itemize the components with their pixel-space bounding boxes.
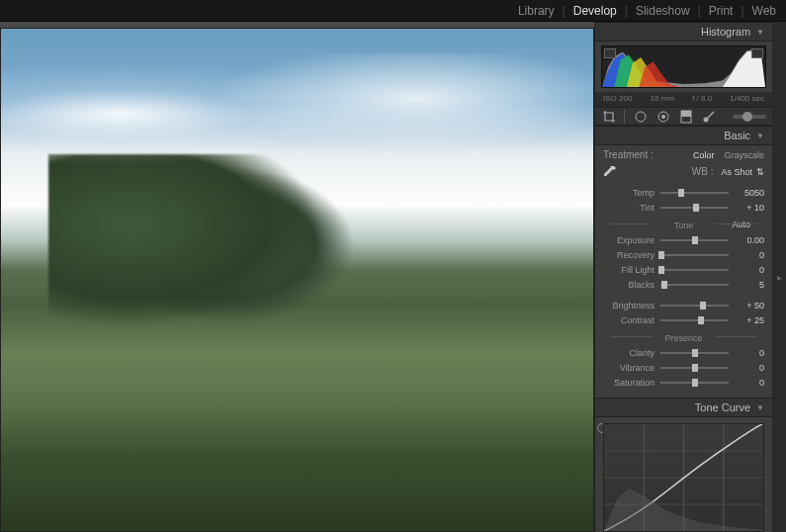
triangle-down-icon: ▼: [756, 403, 764, 412]
row-saturation: Saturation 0: [603, 375, 764, 390]
toolstrip-slider[interactable]: [733, 115, 766, 119]
toolstrip: [595, 107, 772, 126]
brush-tool-icon[interactable]: [702, 109, 717, 125]
module-picker: Library | Develop | Slideshow | Print | …: [0, 0, 786, 22]
highlight-clip-indicator[interactable]: [751, 48, 763, 58]
svg-point-2: [661, 115, 665, 119]
slider-contrast[interactable]: [660, 315, 729, 325]
panel-header-histogram[interactable]: Histogram ▼: [595, 22, 772, 42]
slider-recovery[interactable]: [660, 250, 729, 260]
module-develop[interactable]: Develop: [573, 4, 617, 18]
val-contrast[interactable]: + 25: [735, 315, 764, 325]
row-temp: Temp 5050: [603, 185, 764, 200]
meta-iso: ISO 200: [603, 94, 632, 103]
val-exposure[interactable]: 0.00: [735, 235, 764, 245]
triangle-down-icon: ▼: [756, 28, 764, 37]
svg-rect-4: [681, 111, 691, 117]
panel-header-basic[interactable]: Basic ▼: [595, 126, 772, 145]
val-clarity[interactable]: 0: [735, 348, 764, 358]
val-blacks[interactable]: 5: [735, 280, 764, 290]
slider-clarity[interactable]: [660, 348, 729, 358]
spot-tool-icon[interactable]: [633, 109, 648, 125]
slider-temp[interactable]: [660, 188, 729, 198]
triangle-right-icon: ▸: [777, 272, 782, 283]
crop-tool-icon[interactable]: [601, 109, 616, 125]
redeye-tool-icon[interactable]: [655, 109, 670, 125]
treatment-grayscale[interactable]: Grayscale: [724, 150, 764, 160]
module-slideshow[interactable]: Slideshow: [636, 4, 690, 18]
wb-preset-select[interactable]: As Shot ⇅: [721, 167, 764, 177]
row-blacks: Blacks 5: [603, 277, 764, 292]
val-recovery[interactable]: 0: [735, 250, 764, 260]
slider-filllight[interactable]: [660, 265, 729, 275]
right-panel: Histogram ▼ ISO 200 18 mm f / 8.0 1/400 …: [594, 22, 772, 532]
meta-focal: 18 mm: [651, 94, 674, 103]
val-filllight[interactable]: 0: [735, 265, 764, 275]
row-tint: Tint + 10: [603, 200, 764, 215]
right-panel-toggle[interactable]: ▸: [772, 22, 786, 532]
module-library[interactable]: Library: [518, 4, 555, 18]
module-web[interactable]: Web: [752, 4, 776, 18]
row-filllight: Fill Light 0: [603, 262, 764, 277]
val-tint[interactable]: + 10: [735, 203, 764, 213]
val-vibrance[interactable]: 0: [735, 363, 764, 373]
slider-brightness[interactable]: [660, 301, 729, 310]
triangle-down-icon: ▼: [756, 132, 764, 140]
slider-saturation[interactable]: [660, 378, 729, 388]
row-contrast: Contrast + 25: [603, 312, 764, 327]
module-print[interactable]: Print: [709, 4, 734, 18]
meta-shutter: 1/400 sec: [730, 94, 764, 103]
treatment-color[interactable]: Color: [693, 150, 715, 160]
updown-icon: ⇅: [756, 167, 764, 177]
grad-filter-tool-icon[interactable]: [678, 109, 693, 125]
row-vibrance: Vibrance 0: [603, 360, 764, 375]
wb-eyedropper-icon[interactable]: [603, 165, 617, 179]
auto-tone-button[interactable]: Auto: [726, 219, 756, 230]
wb-label: WB :: [692, 166, 714, 177]
histogram[interactable]: [601, 45, 766, 88]
row-recovery: Recovery 0: [603, 247, 764, 262]
row-brightness: Brightness + 50: [603, 298, 764, 312]
row-exposure: Exposure 0.00: [603, 232, 764, 247]
slider-blacks[interactable]: [660, 280, 729, 290]
shadow-clip-indicator[interactable]: [604, 48, 616, 58]
photo[interactable]: [0, 28, 594, 532]
val-temp[interactable]: 5050: [735, 188, 764, 198]
panel-header-tonecurve[interactable]: Tone Curve ▼: [595, 398, 772, 417]
slider-exposure[interactable]: [660, 235, 729, 245]
tone-curve[interactable]: [603, 423, 764, 532]
svg-point-0: [636, 112, 646, 122]
photo-viewport[interactable]: [0, 22, 594, 532]
slider-tint[interactable]: [660, 203, 729, 213]
meta-aperture: f / 8.0: [692, 94, 712, 103]
slider-vibrance[interactable]: [660, 363, 729, 373]
histogram-meta: ISO 200 18 mm f / 8.0 1/400 sec: [595, 92, 772, 107]
treatment-label: Treatment :: [603, 149, 654, 160]
row-clarity: Clarity 0: [603, 345, 764, 360]
val-brightness[interactable]: + 50: [735, 301, 764, 310]
val-saturation[interactable]: 0: [735, 378, 764, 388]
